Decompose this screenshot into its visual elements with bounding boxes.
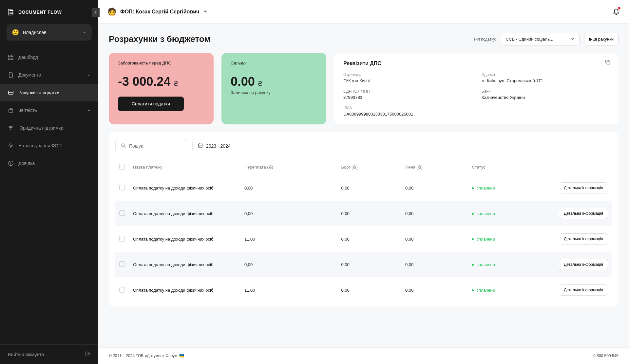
row-checkbox[interactable] — [119, 185, 125, 191]
main: 🧑 ФОП: Козак Сергій Сергійович Розрахунк… — [98, 0, 629, 364]
cell-name: Оплата податку на доходи фізичних осіб — [129, 226, 240, 252]
status-badge: сплачено — [472, 262, 495, 267]
detail-address: Адреса м. Київ, вул. Староміська б.171 — [482, 72, 609, 83]
page-title: Розрахунки з бюджетом — [109, 34, 211, 44]
cell-overpay: 0,00 — [240, 175, 337, 201]
info-icon — [8, 160, 14, 166]
entity-name: ФОП: Козак Сергій Сергійович — [120, 9, 199, 15]
sidebar-header: DOCUMENT FLOW — [0, 0, 98, 24]
other-accounts-button[interactable]: Інші рахунки — [584, 33, 619, 46]
logout-icon — [85, 351, 90, 357]
cell-penalty: 0,00 — [401, 226, 468, 252]
details-title: Реквізити ДПС — [343, 61, 609, 66]
user-menu[interactable]: 🙂 Владислав — [7, 24, 92, 41]
search-icon — [121, 143, 126, 149]
nav-legal[interactable]: Юридична підтримка — [0, 119, 98, 137]
page-header: Розрахунки з бюджетом Тип податку: ЄСВ -… — [109, 33, 619, 46]
table-row: Оплата податку на доходи фізичних осіб 1… — [115, 277, 612, 303]
nav-help[interactable]: Довідка — [0, 155, 98, 172]
status-badge: сплачено — [472, 211, 495, 216]
user-name: Владислав — [23, 30, 79, 35]
cell-name: Оплата податку на доходи фізичних осіб — [129, 277, 240, 303]
search-input[interactable] — [129, 143, 181, 149]
footer-phone: 0 800 509 545 — [593, 354, 619, 358]
status-badge: сплачено — [472, 186, 495, 191]
nav-dashboard[interactable]: Дашборд — [0, 48, 98, 66]
row-checkbox[interactable] — [119, 236, 125, 242]
svg-point-16 — [122, 144, 124, 147]
gear-icon — [8, 143, 14, 149]
select-all-checkbox[interactable] — [119, 164, 125, 170]
tax-type-select[interactable]: ЄСВ - Єдиний соціаль... — [501, 33, 580, 46]
status-badge: сплачено — [472, 237, 495, 242]
cell-penalty: 0,00 — [401, 175, 468, 201]
chevron-down-icon — [87, 72, 90, 78]
date-range-picker[interactable]: 2023 - 2024 — [192, 139, 236, 153]
chevron-down-icon — [571, 37, 575, 42]
cell-debt: 0,00 — [337, 226, 401, 252]
svg-rect-10 — [9, 109, 13, 112]
status-badge: сплачено — [472, 288, 495, 293]
dashboard-icon — [8, 54, 14, 60]
payments-table: Назва платежу Переплата (₴) Борг (₴) Пен… — [115, 159, 612, 303]
sidebar-footer: Вийти з аккаунта — [0, 344, 98, 364]
svg-rect-8 — [9, 91, 13, 94]
debt-amount: -3 000.24 ₴ — [118, 75, 204, 89]
cell-debt: 0,00 — [337, 201, 401, 226]
copy-icon[interactable] — [605, 59, 611, 66]
logout-label: Вийти з аккаунта — [8, 352, 44, 357]
cards-row: Заборгованість перед ДПС -3 000.24 ₴ Спл… — [109, 53, 619, 124]
svg-rect-7 — [11, 58, 13, 60]
search-box[interactable] — [115, 139, 187, 153]
table-row: Оплата податку на доходи фізичних осіб 0… — [115, 252, 612, 277]
pay-taxes-button[interactable]: Сплатити податки — [118, 97, 184, 111]
svg-point-11 — [10, 145, 12, 147]
svg-rect-6 — [9, 58, 10, 60]
svg-rect-4 — [9, 55, 10, 57]
entity-selector[interactable]: 🧑 ФОП: Козак Сергій Сергійович — [107, 8, 208, 16]
table-row: Оплата податку на доходи фізичних осіб 0… — [115, 175, 612, 201]
row-checkbox[interactable] — [119, 287, 125, 293]
cell-name: Оплата податку на доходи фізичних осіб — [129, 175, 240, 201]
footer-copyright: © 2011 – 2024 ТОВ «Документ Флоу» 🇺🇦 — [109, 354, 184, 358]
cell-overpay: 11,00 — [240, 277, 337, 303]
topbar: 🧑 ФОП: Козак Сергій Сергійович — [98, 0, 629, 24]
svg-line-17 — [124, 146, 125, 148]
nav-accounts-taxes[interactable]: Рахунки та податки — [0, 84, 98, 101]
scales-icon — [8, 125, 14, 131]
date-range-text: 2023 - 2024 — [206, 143, 231, 149]
document-icon — [8, 72, 14, 78]
footer: © 2011 – 2024 ТОВ «Документ Флоу» 🇺🇦 0 8… — [98, 347, 629, 364]
cell-name: Оплата податку на доходи фізичних осіб — [129, 201, 240, 226]
chevron-down-icon — [83, 29, 86, 35]
nav-item-label: Юридична підтримка — [18, 125, 63, 131]
cell-debt: 0,00 — [337, 277, 401, 303]
details-card: Реквізити ДПС Отримувач ГУК у м.Києві Ад… — [334, 53, 619, 124]
content: Розрахунки з бюджетом Тип податку: ЄСВ -… — [98, 24, 629, 347]
th-name: Назва платежу — [129, 159, 240, 175]
svg-rect-18 — [199, 144, 202, 147]
notifications-button[interactable] — [613, 8, 620, 16]
row-checkbox[interactable] — [119, 210, 125, 216]
cell-name: Оплата податку на доходи фізичних осіб — [129, 252, 240, 277]
row-details-button[interactable]: Детальна інформація — [559, 259, 608, 270]
row-details-button[interactable]: Детальна інформація — [559, 284, 608, 296]
row-checkbox[interactable] — [119, 261, 125, 267]
chevron-down-icon — [203, 9, 208, 15]
logout-button[interactable]: Вийти з аккаунта — [0, 345, 98, 364]
balance-card: Сальдо 0.00 ₴ Залишок по рахунку — [221, 53, 326, 124]
sidebar-collapse-button[interactable] — [92, 8, 100, 17]
row-details-button[interactable]: Детальна інформація — [559, 182, 608, 193]
nav-documents[interactable]: Документи — [0, 66, 98, 84]
balance-label: Сальдо — [231, 61, 317, 65]
th-status: Статус — [468, 159, 550, 175]
cell-debt: 0,00 — [337, 252, 401, 277]
nav-reporting[interactable]: Звітність — [0, 101, 98, 119]
sidebar: DOCUMENT FLOW 🙂 Владислав Дашборд Докуме… — [0, 0, 98, 364]
briefcase-icon — [8, 107, 14, 113]
row-details-button[interactable]: Детальна інформація — [559, 208, 608, 219]
th-penalty: Пеня (₴) — [401, 159, 468, 175]
row-details-button[interactable]: Детальна інформація — [559, 233, 608, 245]
nav-settings[interactable]: Налаштування ФОП — [0, 137, 98, 155]
notification-dot — [618, 7, 620, 9]
